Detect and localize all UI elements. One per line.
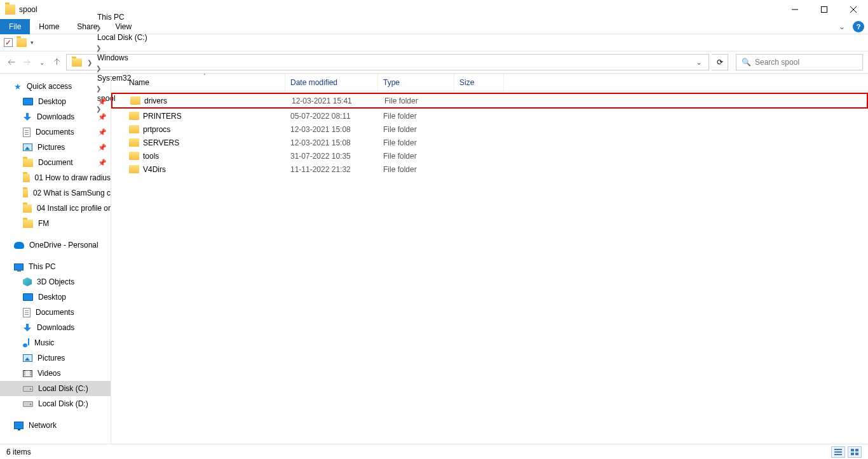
sidebar-item[interactable]: Videos [0,366,111,381]
sidebar-item[interactable]: Pictures📌 [0,140,111,155]
sidebar-item[interactable]: 04 Install icc profile or [0,201,111,216]
ribbon-expand-icon[interactable]: ⌄ [835,22,849,31]
sidebar-label: Quick access [27,82,72,91]
file-row[interactable]: PRINTERS05-07-2022 08:11File folder [111,109,868,123]
ribbon-tab-home[interactable]: Home [30,19,68,34]
folder-icon [129,165,139,173]
down-icon [23,323,32,332]
breadcrumb-segment[interactable]: Local Disk (C:) [95,32,150,43]
file-date: 05-07-2022 08:11 [285,112,378,121]
qat-properties-icon[interactable]: ✓ [4,38,13,47]
sidebar-item[interactable]: 02 What is SamSung c [0,185,111,201]
file-type: File folder [378,112,454,121]
file-name: V4Dirs [143,165,166,174]
sidebar-item-label: Desktop [38,293,66,302]
breadcrumb-separator-icon[interactable]: ❯ [86,59,93,66]
recent-dropdown-icon[interactable]: ⌄ [36,56,48,69]
sidebar-quick-access[interactable]: ★ Quick access [0,79,111,94]
sidebar-item-label: Videos [37,369,60,378]
folder-icon [130,96,140,105]
sidebar-network[interactable]: Network [0,418,111,433]
column-size[interactable]: Size [454,74,504,91]
sidebar-label: Network [29,421,57,430]
file-date: 12-03-2021 15:08 [285,125,378,134]
breadcrumb-separator-icon[interactable]: ❯ [95,65,102,72]
sidebar-item[interactable]: Desktop📌 [0,94,111,109]
file-row[interactable]: drivers12-03-2021 15:41File folder [111,93,868,109]
search-box[interactable]: 🔍 [736,54,863,70]
folder-icon [23,220,33,228]
file-row[interactable]: tools31-07-2022 10:35File folder [111,149,868,163]
sidebar-onedrive[interactable]: OneDrive - Personal [0,237,111,253]
sidebar-item[interactable]: Documents [0,305,111,320]
file-type: File folder [379,96,456,105]
breadcrumb-separator-icon[interactable]: ❯ [95,44,102,51]
file-date: 12-03-2021 15:08 [285,138,378,147]
qat-newfolder-icon[interactable] [17,38,27,47]
sidebar-item[interactable]: Document📌 [0,155,111,170]
sidebar-item[interactable]: Downloads [0,320,111,335]
pic-icon [23,143,32,151]
file-date: 11-11-2022 21:32 [285,165,378,174]
breadcrumb-segment[interactable]: Windows [95,52,150,63]
sidebar-item[interactable]: Desktop [0,289,111,305]
breadcrumb-separator-icon[interactable]: ❯ [95,24,102,31]
sidebar-item-label: Downloads [37,323,74,332]
sidebar-item-label: Music [34,338,54,347]
sidebar-item[interactable]: 01 How to draw radius [0,170,111,185]
breadcrumb-segment[interactable]: This PC [95,11,150,23]
up-button[interactable]: 🡡 [51,56,64,69]
doc-icon [23,128,31,137]
file-row[interactable]: SERVERS12-03-2021 15:08File folder [111,136,868,149]
sidebar-item[interactable]: Music [0,335,111,350]
qat-dropdown-icon[interactable]: ▾ [31,39,34,46]
svg-rect-4 [834,449,842,450]
close-button[interactable] [839,0,868,19]
folder-icon [23,189,28,197]
details-view-button[interactable] [831,446,845,458]
refresh-button[interactable]: ⟳ [712,54,728,70]
svg-rect-5 [834,451,842,453]
sidebar-item[interactable]: Documents📌 [0,124,111,140]
column-date-modified[interactable]: Date modified [285,74,378,91]
file-date: 31-07-2022 10:35 [285,152,378,161]
ribbon-tab-file[interactable]: File [0,19,30,34]
maximize-button[interactable] [810,0,839,19]
sidebar-item-label: 02 What is SamSung c [33,189,111,197]
folder-icon [23,174,30,182]
pin-icon: 📌 [98,143,107,152]
svg-rect-7 [851,449,854,451]
column-headers: Name ˄ Date modified Type Size [111,74,868,91]
sidebar-item[interactable]: Local Disk (D:) [0,396,111,411]
search-input[interactable] [755,58,857,67]
sidebar-this-pc[interactable]: This PC [0,259,111,274]
sidebar-item[interactable]: Pictures [0,350,111,366]
sidebar-item[interactable]: Local Disk (C:) [0,381,111,396]
column-type[interactable]: Type [378,74,454,91]
drive-icon [23,401,33,407]
minimize-button[interactable] [780,0,810,19]
sidebar-item[interactable]: 3D Objects [0,274,111,289]
folder-icon [129,125,139,133]
forward-button[interactable]: 🡢 [20,56,33,69]
help-icon[interactable]: ? [853,21,864,32]
sidebar-item[interactable]: FM [0,216,111,231]
file-row[interactable]: prtprocs12-03-2021 15:08File folder [111,123,868,136]
folder-icon [129,152,139,160]
sidebar-item-label: 01 How to draw radius [35,173,111,182]
sidebar-item-label: 04 Install icc profile or [37,204,111,213]
address-bar[interactable]: ❯ This PC❯Local Disk (C:)❯Windows❯System… [66,54,709,70]
back-button[interactable]: 🡠 [5,56,18,69]
sidebar-item-label: Pictures [37,354,65,363]
file-type: File folder [378,138,454,147]
folder-icon [129,112,139,120]
large-icons-view-button[interactable] [848,446,862,458]
column-name[interactable]: Name ˄ [124,74,285,91]
file-name: PRINTERS [143,112,182,121]
pin-icon: 📌 [98,128,107,136]
star-icon: ★ [14,83,22,91]
file-row[interactable]: V4Dirs11-11-2022 21:32File folder [111,163,868,176]
address-dropdown-icon[interactable]: ⌄ [692,58,706,67]
network-icon [14,422,24,429]
sidebar-item[interactable]: Downloads📌 [0,109,111,124]
